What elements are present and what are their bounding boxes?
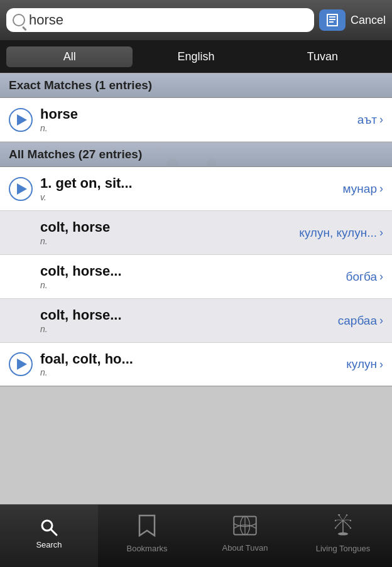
search-input-wrapper[interactable]: horse (6, 8, 314, 32)
all-match-row-4[interactable]: foal, colt, ho... n. кулун › (0, 343, 392, 387)
svg-point-20 (335, 527, 336, 528)
all-matches-header: All Matches (27 entries) (0, 142, 392, 167)
tab-english[interactable]: English (133, 46, 259, 67)
tab-living-tongues-label: Living Tongues (316, 544, 371, 553)
chevron-icon-all-0: › (379, 182, 383, 195)
svg-point-17 (346, 514, 347, 516)
entry-translation-exact-0: аът › (357, 113, 383, 127)
entry-english-all-1: colt, horse (40, 219, 299, 235)
entry-pos-all-2: n. (40, 280, 346, 290)
entry-pos-all-1: n. (40, 236, 299, 246)
entry-english-all-3: colt, horse... (40, 307, 338, 323)
entry-translation-all-3: сарбаа › (338, 314, 383, 328)
all-match-row-2[interactable]: colt, horse... n. богба › (0, 255, 392, 299)
entry-english-all-0: 1. get on, sit... (40, 175, 343, 192)
entry-pos-all-3: n. (40, 324, 338, 334)
exact-matches-header: Exact Matches (1 entries) (0, 73, 392, 98)
book-icon (325, 13, 340, 28)
entry-pos-all-0: v. (40, 192, 343, 202)
chevron-icon-all-2: › (379, 270, 383, 283)
tab-all[interactable]: All (6, 46, 133, 67)
tab-bookmarks[interactable]: Bookmarks (98, 505, 196, 567)
living-tongues-tab-icon (332, 514, 354, 541)
entry-pos-exact-0: n. (40, 123, 357, 133)
translation-text-all-3: сарбаа (338, 314, 377, 328)
entry-text-all-4: foal, colt, ho... n. (40, 351, 346, 377)
entry-translation-all-2: богба › (346, 270, 383, 284)
translation-text-all-1: кулун, кулун... (299, 226, 377, 240)
chevron-icon-exact-0: › (379, 113, 383, 126)
translation-text-all-4: кулун (346, 357, 377, 371)
svg-point-19 (350, 519, 351, 521)
entry-text-all-0: 1. get on, sit... v. (40, 175, 343, 202)
cancel-button[interactable]: Cancel (351, 14, 386, 27)
play-button-all-0[interactable] (9, 177, 33, 201)
svg-point-21 (350, 527, 351, 528)
entry-translation-all-4: кулун › (346, 357, 383, 371)
book-icon-button[interactable] (319, 9, 346, 31)
all-match-row-0[interactable]: 1. get on, sit... v. мунар › (0, 167, 392, 211)
about-tuvan-tab-icon (233, 515, 257, 541)
chevron-icon-all-1: › (379, 226, 383, 239)
translation-text-all-2: богба (346, 270, 377, 284)
svg-line-10 (51, 529, 57, 535)
entry-pos-all-4: n. (40, 367, 346, 377)
search-query: horse (29, 12, 63, 28)
play-button-all-4[interactable] (9, 352, 33, 376)
tab-search-label: Search (36, 540, 62, 549)
entry-translation-all-0: мунар › (343, 182, 383, 196)
all-match-row-3[interactable]: colt, horse... n. сарбаа › (0, 299, 392, 343)
all-match-row-1[interactable]: colt, horse n. кулун, кулун... › (0, 211, 392, 255)
tab-living-tongues[interactable]: Living Tongues (294, 505, 392, 567)
search-icon (13, 14, 25, 26)
play-icon-0 (17, 114, 27, 126)
chevron-icon-all-3: › (379, 314, 383, 327)
main-content: horse Cancel All English Tuvan E (0, 0, 392, 504)
entry-english-all-2: colt, horse... (40, 263, 346, 279)
tab-search[interactable]: Search (0, 505, 98, 567)
svg-point-18 (335, 519, 336, 521)
entry-text-all-1: colt, horse n. (40, 219, 299, 246)
bookmarks-tab-icon (137, 514, 157, 541)
search-tab-icon (39, 517, 59, 537)
chevron-icon-all-4: › (379, 358, 383, 371)
tab-about-tuvan-label: About Tuvan (222, 543, 268, 553)
entry-text-all-3: colt, horse... n. (40, 307, 338, 333)
svg-point-16 (338, 514, 340, 516)
tab-tuvan[interactable]: Tuvan (259, 46, 386, 67)
segmented-control: All English Tuvan (0, 40, 392, 73)
play-button-0[interactable] (9, 108, 33, 132)
exact-match-row-0[interactable]: horse n. аът › (0, 98, 392, 142)
search-bar: horse Cancel (0, 0, 392, 40)
tab-about-tuvan[interactable]: About Tuvan (196, 505, 294, 567)
tab-bookmarks-label: Bookmarks (126, 544, 167, 553)
translation-text-exact-0: аът (357, 113, 377, 127)
entry-text-exact-0: horse n. (40, 106, 357, 132)
play-icon-all-4 (17, 359, 27, 370)
entry-translation-all-1: кулун, кулун... › (299, 226, 383, 240)
entry-text-all-2: colt, horse... n. (40, 263, 346, 289)
translation-text-all-0: мунар (343, 182, 377, 196)
tab-bar: Search Bookmarks About Tuvan (0, 504, 392, 567)
play-icon-all-0 (17, 183, 27, 195)
entry-english-all-4: foal, colt, ho... (40, 351, 346, 367)
entry-english-exact-0: horse (40, 106, 357, 122)
